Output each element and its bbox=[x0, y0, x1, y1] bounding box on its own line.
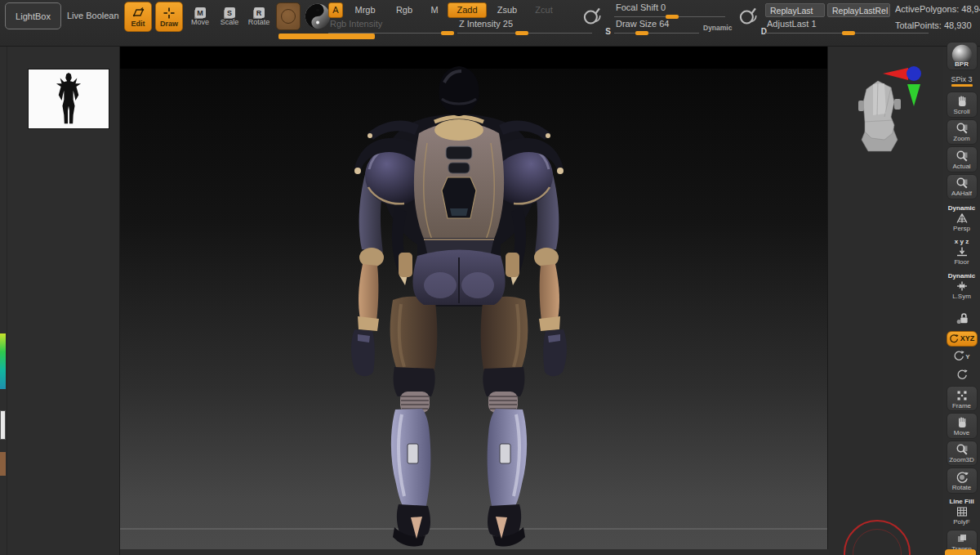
replay-last-rel-button[interactable]: ReplayLastRel bbox=[827, 3, 890, 17]
lsym-dynamic-label: Dynamic bbox=[948, 272, 975, 280]
tool-preview-thumbnail[interactable] bbox=[29, 69, 109, 128]
stroke-s-button[interactable]: S bbox=[581, 7, 611, 38]
draw-size-track bbox=[614, 33, 699, 34]
rotate-canvas-button[interactable]: Rotate bbox=[947, 468, 978, 493]
zbrush-app: LightBox Live Boolean Edit Draw M Move S… bbox=[0, 0, 980, 555]
bpr-render-button[interactable]: BPR bbox=[947, 42, 978, 70]
mode-zadd-button[interactable]: Zadd bbox=[448, 2, 487, 18]
left-tray bbox=[0, 47, 120, 555]
character-silhouette bbox=[47, 72, 91, 126]
rgb-intensity-handle[interactable] bbox=[441, 31, 454, 35]
mode-zcut-button[interactable]: Zcut bbox=[528, 3, 560, 17]
scroll-button[interactable]: Scroll bbox=[947, 92, 978, 117]
edit-label: Edit bbox=[131, 20, 145, 28]
polyframe-button[interactable]: Line Fill PolyF bbox=[947, 495, 978, 528]
edit-object-icon bbox=[131, 7, 145, 20]
rgb-intensity-slider[interactable]: Rgb Intensity bbox=[328, 19, 453, 36]
right-shelf: BPR SPix 3 Scroll Zoom Actual AAHalf Dyn… bbox=[943, 41, 980, 555]
spix-slider[interactable]: SPix 3 bbox=[947, 72, 978, 90]
floor-button[interactable]: x y z Floor bbox=[947, 235, 978, 267]
zoom-label: Zoom bbox=[953, 135, 969, 142]
rotate-arc-icon bbox=[956, 369, 968, 383]
move-canvas-label: Move bbox=[954, 429, 970, 436]
mode-zsub-button[interactable]: Zsub bbox=[490, 3, 524, 17]
focal-shift-slider[interactable]: Focal Shift 0 bbox=[614, 2, 725, 20]
active-polygons-stat: ActivePolygons: 48,945 bbox=[895, 4, 980, 14]
dynamic-mode-label[interactable]: Dynamic bbox=[703, 24, 732, 32]
clipped-bottom-button[interactable] bbox=[945, 549, 976, 555]
rotate-z-button[interactable] bbox=[951, 367, 973, 384]
rgb-intensity-label: Rgb Intensity bbox=[330, 19, 382, 29]
rotate-button[interactable]: R Rotate bbox=[245, 2, 273, 32]
z-intensity-label: Z Intensity 25 bbox=[459, 19, 513, 29]
magnifier-icon bbox=[956, 443, 969, 456]
color-swatch-light[interactable] bbox=[0, 410, 6, 440]
floor-grid-icon bbox=[956, 245, 969, 258]
bpr-label: BPR bbox=[955, 60, 969, 68]
move-label: Move bbox=[191, 19, 209, 26]
persp-button[interactable]: Dynamic Persp bbox=[947, 201, 978, 234]
mode-rgb-button[interactable]: Rgb bbox=[387, 3, 421, 17]
magnifier-icon bbox=[956, 177, 969, 190]
polyframe-grid-icon bbox=[956, 505, 969, 518]
adjust-last-label: AdjustLast 1 bbox=[767, 19, 817, 29]
axis-gizmo[interactable] bbox=[883, 66, 925, 109]
frame-button[interactable]: Frame bbox=[947, 386, 978, 411]
color-spectrum-strip[interactable] bbox=[0, 333, 6, 389]
adjust-last-handle[interactable] bbox=[842, 31, 855, 35]
rotate-canvas-label: Rotate bbox=[952, 484, 972, 491]
rotate-arc-icon bbox=[953, 350, 964, 365]
replay-last-button[interactable]: ReplayLast bbox=[765, 3, 825, 17]
mode-m-button[interactable]: M bbox=[425, 3, 444, 17]
zoom-button[interactable]: Zoom bbox=[947, 119, 978, 145]
current-texture-swatch[interactable] bbox=[276, 2, 301, 30]
aahalf-label: AAHalf bbox=[951, 190, 972, 197]
live-boolean-button[interactable]: Live Boolean bbox=[67, 7, 119, 24]
zoom3d-button[interactable]: Zoom3D bbox=[947, 441, 978, 466]
color-swatch-brown[interactable] bbox=[0, 452, 6, 476]
rotate-nav-circle-inner bbox=[853, 529, 902, 555]
focal-shift-label: Focal Shift 0 bbox=[616, 2, 666, 12]
axis-x-cone bbox=[883, 68, 908, 80]
rotate-view-icon bbox=[956, 471, 969, 484]
lightbox-button[interactable]: LightBox bbox=[5, 2, 61, 29]
stroke-s-letter: S bbox=[605, 27, 611, 36]
draw-size-label: Draw Size 64 bbox=[616, 19, 669, 29]
move-canvas-button[interactable]: Move bbox=[947, 413, 978, 438]
sculpt-viewport[interactable] bbox=[120, 47, 828, 549]
material-sphere-icon bbox=[305, 18, 331, 32]
z-intensity-slider[interactable]: Z Intensity 25 bbox=[457, 19, 592, 36]
aahalf-button[interactable]: AAHalf bbox=[947, 174, 978, 199]
lock-icon bbox=[956, 311, 969, 324]
z-intensity-handle[interactable] bbox=[515, 31, 528, 35]
mode-mrgb-button[interactable]: Mrgb bbox=[346, 3, 384, 17]
draw-size-handle[interactable] bbox=[635, 31, 648, 35]
scale-label: Scale bbox=[220, 19, 239, 26]
stroke-curve-icon bbox=[737, 16, 759, 30]
axis-y-cone bbox=[907, 84, 920, 106]
mode-a-button[interactable]: A bbox=[328, 2, 343, 18]
stroke-d-button[interactable]: D bbox=[737, 7, 767, 38]
frame-label: Frame bbox=[952, 402, 971, 410]
move-button[interactable]: M Move bbox=[186, 2, 214, 32]
axis-z-sphere bbox=[906, 66, 921, 81]
scale-button[interactable]: S Scale bbox=[216, 2, 243, 32]
transparency-icon bbox=[956, 532, 969, 545]
local-transform-button[interactable] bbox=[947, 303, 978, 329]
line-fill-label: Line Fill bbox=[949, 498, 973, 505]
actual-button[interactable]: Actual bbox=[947, 146, 978, 172]
draw-button[interactable]: Draw bbox=[155, 2, 183, 32]
spix-label: SPix 3 bbox=[951, 76, 972, 83]
edit-button[interactable]: Edit bbox=[124, 2, 152, 32]
draw-size-slider[interactable]: Draw Size 64 bbox=[614, 19, 699, 36]
lsym-button[interactable]: Dynamic L.Sym bbox=[947, 269, 978, 302]
scale-key-icon: S bbox=[225, 7, 235, 18]
rotate-xyz-button[interactable]: XYZ bbox=[947, 331, 978, 347]
floor-label: Floor bbox=[954, 258, 969, 266]
magnifier-icon bbox=[956, 122, 969, 135]
top-toolbar: LightBox Live Boolean Edit Draw M Move S… bbox=[0, 0, 980, 47]
rotate-y-button[interactable]: Y bbox=[951, 348, 973, 365]
draw-crosshair-icon bbox=[163, 7, 176, 20]
persp-dynamic-label: Dynamic bbox=[948, 204, 975, 212]
rotate-key-icon: R bbox=[254, 7, 265, 18]
